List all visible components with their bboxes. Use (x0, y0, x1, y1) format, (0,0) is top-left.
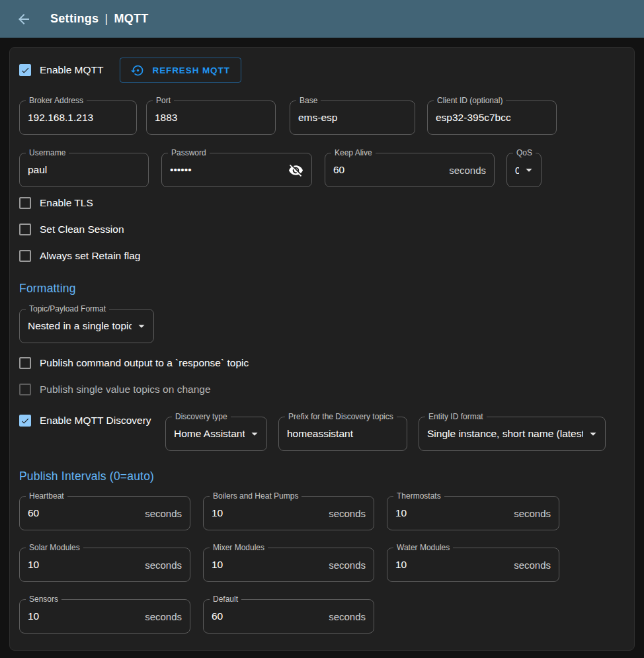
refresh-mqtt-button-label: REFRESH MQTT (152, 65, 229, 75)
keep-alive-unit: seconds (449, 165, 486, 176)
base-label: Base (296, 95, 321, 106)
solar-modules-field: Solar Modules seconds (19, 548, 190, 582)
keep-alive-input[interactable] (333, 164, 444, 176)
discovery-row: Enable MQTT Discovery Discovery type Hom… (19, 411, 627, 451)
mixer-modules-field: Mixer Modules seconds (203, 548, 374, 582)
port-label: Port (153, 95, 174, 106)
retain-flag-checkbox[interactable]: Always set Retain flag (19, 249, 141, 263)
enable-mqtt-checkbox[interactable]: Enable MQTT (19, 63, 103, 77)
topic-payload-format-label: Topic/Payload Format (26, 304, 109, 315)
heartbeat-label: Heartbeat (26, 491, 67, 502)
broker-address-field: Broker Address (19, 101, 137, 135)
discovery-type-value: Home Assistant (174, 428, 245, 440)
port-field: Port (146, 101, 276, 135)
default-interval-input[interactable] (212, 610, 323, 622)
caret-down-icon (134, 319, 149, 333)
caret-down-icon (586, 427, 600, 441)
discovery-prefix-label: Prefix for the Discovery topics (285, 411, 397, 423)
base-field: Base (290, 101, 415, 135)
sensors-input[interactable] (28, 610, 140, 622)
enable-tls-checkbox[interactable]: Enable TLS (19, 196, 93, 210)
enable-mqtt-label: Enable MQTT (40, 64, 103, 76)
entity-id-format-select[interactable]: Entity ID format Single instance, short … (419, 417, 606, 451)
default-interval-label: Default (210, 594, 241, 605)
qos-select[interactable]: QoS 0 (506, 153, 542, 187)
username-field: Username (19, 153, 149, 187)
entity-id-format-value: Single instance, short name (latest) (427, 428, 583, 440)
heartbeat-unit: seconds (145, 508, 182, 519)
boilers-field: Boilers and Heat Pumps seconds (203, 496, 374, 530)
checkbox-unchecked-icon (19, 224, 31, 235)
keep-alive-field: Keep Alive seconds (325, 153, 495, 187)
back-button[interactable] (15, 10, 33, 28)
visibility-off-icon (288, 163, 303, 178)
topic-payload-format-value: Nested in a single topic (28, 320, 132, 332)
qos-label: QoS (513, 147, 536, 159)
default-interval-field: Default seconds (203, 599, 374, 634)
discovery-type-label: Discovery type (172, 411, 231, 423)
water-modules-input[interactable] (395, 559, 508, 571)
qos-value: 0 (515, 165, 519, 176)
password-input[interactable] (170, 164, 283, 176)
client-id-input[interactable] (436, 112, 548, 124)
checkbox-unchecked-icon (19, 357, 31, 369)
thermostats-unit: seconds (514, 508, 551, 519)
mixer-modules-input[interactable] (212, 559, 323, 571)
page-title-divider: | (104, 12, 108, 26)
sensors-label: Sensors (26, 594, 61, 605)
checkbox-unchecked-icon (19, 250, 31, 262)
checkbox-checked-icon (19, 415, 31, 427)
publish-intervals-heading: Publish Intervals (0=auto) (19, 470, 627, 483)
solar-modules-input[interactable] (28, 559, 140, 571)
caret-down-icon (522, 163, 536, 177)
publish-single-checkbox[interactable]: Publish single value topics on change (19, 382, 211, 397)
heartbeat-field: Heartbeat seconds (19, 496, 190, 530)
boilers-input[interactable] (212, 507, 323, 519)
entity-id-format-label: Entity ID format (425, 411, 487, 423)
page-title: Settings | MQTT (50, 12, 149, 26)
base-input[interactable] (298, 112, 407, 124)
water-modules-label: Water Modules (393, 542, 453, 554)
clean-session-label: Set Clean Session (40, 224, 124, 235)
topic-payload-format-select[interactable]: Topic/Payload Format Nested in a single … (19, 309, 154, 343)
formatting-heading: Formatting (19, 282, 627, 296)
discovery-prefix-input[interactable] (287, 428, 399, 440)
publish-intervals-grid: Heartbeat seconds Boilers and Heat Pumps… (19, 496, 559, 634)
port-input[interactable] (155, 112, 267, 124)
app-bar: Settings | MQTT (0, 0, 644, 38)
client-id-label: Client ID (optional) (434, 95, 506, 106)
publish-response-label: Publish command output to a `response` t… (40, 357, 249, 369)
sensors-unit: seconds (145, 611, 182, 622)
enable-discovery-label: Enable MQTT Discovery (40, 415, 151, 427)
discovery-type-select[interactable]: Discovery type Home Assistant (165, 417, 267, 451)
enable-discovery-checkbox[interactable]: Enable MQTT Discovery (19, 413, 165, 428)
caret-down-icon (247, 427, 262, 441)
heartbeat-input[interactable] (28, 507, 140, 519)
connection-fields-row-1: Broker Address Port Base Client ID (opti… (19, 101, 627, 135)
clean-session-checkbox[interactable]: Set Clean Session (19, 222, 124, 237)
page-title-primary: Settings (50, 12, 99, 26)
client-id-field: Client ID (optional) (427, 101, 557, 135)
sensors-field: Sensors seconds (19, 599, 190, 634)
refresh-mqtt-button[interactable]: REFRESH MQTT (120, 58, 241, 83)
arrow-back-icon (16, 11, 32, 27)
thermostats-input[interactable] (395, 507, 508, 519)
enable-mqtt-row: Enable MQTT REFRESH MQTT (19, 58, 627, 83)
boilers-unit: seconds (329, 508, 366, 519)
boilers-label: Boilers and Heat Pumps (210, 491, 302, 502)
broker-address-input[interactable] (28, 112, 128, 124)
publish-response-row: Publish command output to a `response` t… (19, 356, 627, 370)
username-label: Username (26, 147, 69, 159)
default-interval-unit: seconds (329, 611, 366, 622)
thermostats-label: Thermostats (393, 491, 444, 502)
username-input[interactable] (28, 164, 140, 176)
retain-flag-label: Always set Retain flag (40, 250, 141, 262)
water-modules-field: Water Modules seconds (387, 548, 559, 582)
toggle-password-visibility-button[interactable] (288, 163, 303, 178)
restore-refresh-icon (131, 63, 145, 77)
keep-alive-label: Keep Alive (331, 147, 376, 159)
enable-tls-label: Enable TLS (40, 197, 93, 209)
thermostats-field: Thermostats seconds (387, 496, 559, 530)
publish-response-checkbox[interactable]: Publish command output to a `response` t… (19, 356, 249, 370)
checkbox-unchecked-icon (19, 384, 31, 395)
